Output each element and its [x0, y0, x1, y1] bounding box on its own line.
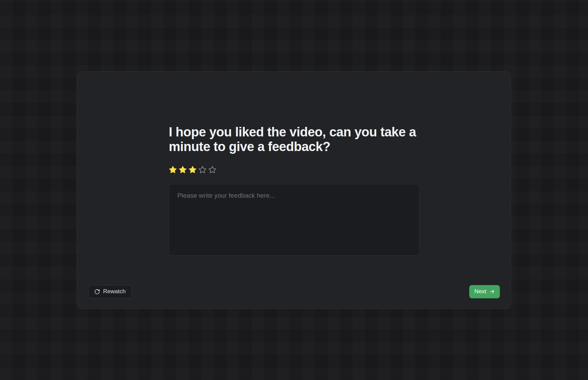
card-footer: Rewatch Next	[88, 285, 500, 298]
arrow-right-icon	[489, 289, 495, 294]
feedback-card: I hope you liked the video, can you take…	[77, 71, 511, 309]
next-button[interactable]: Next	[469, 285, 500, 298]
star-filled-icon[interactable]	[189, 166, 197, 174]
rotate-cw-icon	[94, 289, 100, 295]
star-empty-icon[interactable]	[198, 166, 207, 174]
star-filled-icon[interactable]	[179, 166, 187, 174]
feedback-content: I hope you liked the video, can you take…	[169, 125, 419, 255]
star-empty-icon[interactable]	[208, 166, 216, 174]
star-filled-icon[interactable]	[169, 166, 177, 174]
rewatch-button[interactable]: Rewatch	[88, 285, 132, 298]
rewatch-button-label: Rewatch	[103, 288, 126, 295]
next-button-label: Next	[474, 288, 486, 295]
feedback-input[interactable]	[169, 184, 419, 255]
feedback-heading: I hope you liked the video, can you take…	[169, 125, 419, 154]
star-rating[interactable]	[169, 166, 419, 174]
